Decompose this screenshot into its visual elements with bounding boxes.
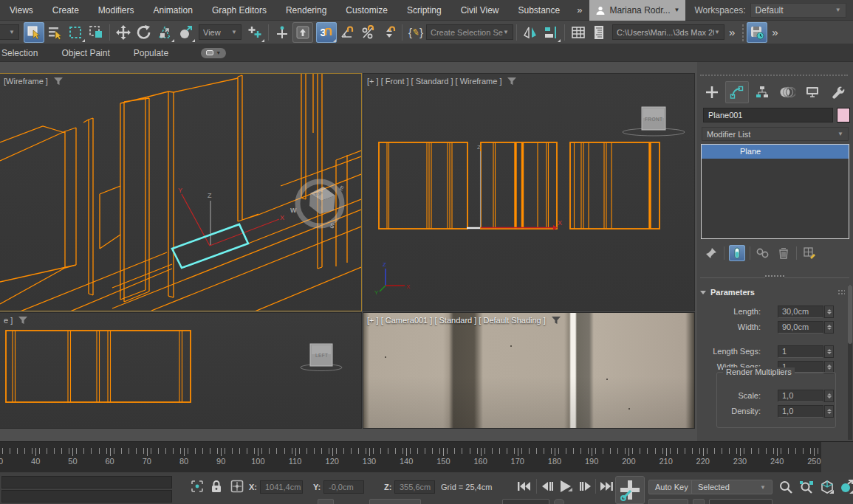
rollout-splitter[interactable] — [700, 277, 849, 281]
timeline-ruler[interactable]: 30 40 50 60 70 — [0, 441, 853, 472]
menu-item[interactable]: Views — [0, 0, 43, 21]
viewcube-front[interactable]: FRONT — [623, 107, 685, 136]
toolbar-overflow-right[interactable]: » — [767, 26, 782, 38]
time-configuration-partial[interactable] — [554, 499, 564, 504]
snap-toggle-3d-button[interactable]: 3 — [316, 22, 337, 43]
viewport-label-front[interactable]: [+ ] [ Front ] [ Standard ] [ Wireframe … — [367, 77, 516, 86]
param-spinner[interactable] — [824, 390, 834, 402]
filter-icon[interactable] — [18, 317, 27, 325]
workspace-select[interactable]: Default ▼ — [750, 3, 846, 18]
set-key-button-partial[interactable] — [648, 499, 688, 504]
viewport-perspective[interactable]: X Y Z TOP W S E [Wir — [0, 74, 361, 311]
param-spinner[interactable] — [824, 305, 834, 318]
tab-hierarchy[interactable] — [750, 81, 774, 103]
keyboard-shortcut-override-toggle[interactable] — [292, 22, 313, 43]
param-spinner[interactable] — [824, 321, 834, 334]
viewport-left[interactable]: LEFT e ] — [0, 313, 361, 428]
zoom-button[interactable] — [777, 478, 795, 496]
layer-explorer-toggle[interactable] — [589, 22, 609, 43]
previous-frame-button[interactable] — [538, 479, 556, 494]
tab-display[interactable] — [801, 81, 824, 103]
mirror-button[interactable] — [520, 22, 541, 43]
toolbar-overflow-left[interactable]: » — [724, 26, 739, 38]
angle-snap-toggle[interactable] — [337, 22, 357, 43]
panel-scrollbar[interactable] — [848, 285, 852, 440]
select-and-move-button[interactable] — [113, 22, 134, 43]
ribbon-minimize-button[interactable]: ▼ — [201, 48, 226, 58]
select-and-scale-button[interactable] — [154, 22, 175, 43]
tab-modify[interactable] — [725, 81, 749, 103]
selection-lock-toggle[interactable] — [208, 478, 225, 494]
zoom-all-button[interactable] — [798, 478, 815, 496]
param-field[interactable]: 1 — [778, 345, 823, 358]
named-selection-set-dropdown[interactable]: Create Selection Se▼ — [426, 24, 513, 40]
param-field[interactable]: 90,0cm — [778, 321, 823, 334]
param-spinner[interactable] — [824, 345, 834, 358]
user-account-chip[interactable]: Mariana Rodr... ▼ — [589, 0, 685, 21]
show-end-result-button[interactable] — [729, 245, 745, 261]
object-name-field[interactable]: Plane001 — [703, 108, 833, 122]
menu-item[interactable]: Civil View — [451, 0, 509, 21]
viewport-front[interactable]: X Z FRONT Z X Y — [363, 74, 694, 311]
menu-item[interactable]: Create — [43, 0, 89, 21]
rectangular-selection-region-button[interactable] — [65, 22, 86, 43]
set-keys-button[interactable] — [615, 476, 645, 504]
viewport-label-camera[interactable]: [+ ] [ Camera001 ] [ Standard ] [ Defaul… — [367, 316, 561, 325]
object-color-swatch[interactable] — [837, 108, 850, 122]
ribbon-tab[interactable]: Selection — [0, 48, 60, 58]
next-frame-button[interactable] — [577, 479, 595, 494]
autosave-button[interactable] — [747, 22, 767, 43]
auto-key-button[interactable]: Auto Key — [648, 480, 695, 494]
modifier-stack[interactable]: Plane — [702, 145, 849, 238]
menu-item[interactable]: Rendering — [276, 0, 336, 21]
ribbon-tab[interactable]: Object Paint — [60, 48, 131, 58]
x-coord-field[interactable]: 1041,4cm — [260, 480, 303, 494]
menu-item[interactable]: Graph Editors — [202, 0, 276, 21]
zoom-region-button[interactable] — [837, 478, 853, 496]
reference-coordinate-system-dropdown[interactable]: View▼ — [199, 24, 241, 40]
menu-item[interactable]: Animation — [144, 0, 202, 21]
go-to-start-button[interactable] — [515, 479, 533, 494]
isolate-selection-toggle[interactable] — [189, 478, 205, 494]
display-toggle-partial[interactable] — [318, 499, 334, 504]
selection-filter-dropdown[interactable]: Selected ▼ — [691, 480, 773, 494]
current-frame-field-partial[interactable] — [502, 499, 549, 504]
zoom-extents-button[interactable] — [818, 478, 836, 496]
filter-icon[interactable] — [552, 317, 561, 325]
key-filter-field-partial[interactable] — [709, 499, 773, 504]
key-filters-partial[interactable] — [693, 499, 705, 504]
viewport-label-left[interactable]: e ] — [4, 316, 27, 325]
param-field[interactable]: 1,0 — [778, 405, 823, 418]
remove-modifier-button[interactable] — [775, 245, 792, 261]
param-field[interactable]: 1,0 — [778, 390, 823, 402]
parameters-rollout-header[interactable]: Parameters — [700, 285, 845, 300]
pin-stack-button[interactable] — [703, 245, 719, 261]
select-object-button[interactable] — [24, 22, 44, 43]
select-and-rotate-button[interactable] — [134, 22, 154, 43]
ribbon-tab[interactable]: Populate — [132, 48, 191, 58]
viewport-label-perspective[interactable]: [Wireframe ] — [4, 77, 63, 86]
param-field[interactable]: 30,0cm — [778, 305, 823, 318]
link-toggle-partial[interactable] — [369, 499, 421, 504]
edit-named-selection-sets-button[interactable]: {✎} — [405, 22, 426, 43]
absolute-offset-mode-toggle[interactable] — [229, 478, 245, 494]
undo-flyout-partial[interactable]: ▼ — [0, 24, 19, 40]
panel-grip[interactable] — [700, 75, 848, 77]
use-center-flyout-button[interactable] — [244, 22, 265, 43]
y-coord-field[interactable]: -0,0cm — [323, 480, 364, 494]
maxscript-mini-listener-bottom[interactable] — [1, 490, 172, 503]
tab-create[interactable] — [700, 81, 724, 103]
make-unique-button[interactable] — [755, 245, 771, 261]
tab-utilities[interactable] — [826, 81, 849, 103]
z-coord-field[interactable]: 355,6cm — [394, 480, 435, 494]
window-crossing-toggle[interactable] — [86, 22, 106, 43]
percent-snap-toggle[interactable] — [357, 22, 378, 43]
play-button[interactable] — [556, 479, 575, 494]
param-spinner[interactable] — [824, 405, 834, 418]
configure-modifier-sets-button[interactable] — [801, 245, 818, 261]
menu-item[interactable]: Scripting — [397, 0, 451, 21]
spinner-snap-toggle[interactable] — [378, 22, 399, 43]
modifier-list-dropdown[interactable]: Modifier List ▼ — [702, 127, 849, 141]
go-to-end-button[interactable] — [597, 479, 615, 494]
project-folder-dropdown[interactable]: C:\Users\Mari...\3ds Max 202▼ — [612, 24, 724, 40]
